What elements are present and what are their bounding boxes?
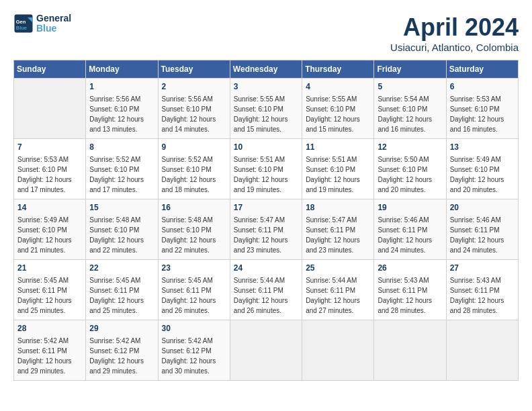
day-cell: 19Sunrise: 5:46 AMSunset: 6:11 PMDayligh… [374, 199, 446, 260]
svg-text:Blue: Blue [16, 25, 27, 31]
day-cell: 17Sunrise: 5:47 AMSunset: 6:11 PMDayligh… [230, 199, 302, 260]
day-cell: 9Sunrise: 5:52 AMSunset: 6:10 PMDaylight… [158, 139, 230, 199]
header-row: SundayMondayTuesdayWednesdayThursdayFrid… [14, 60, 519, 79]
header-cell-friday: Friday [374, 60, 446, 79]
day-number: 16 [162, 202, 226, 214]
day-cell: 29Sunrise: 5:42 AMSunset: 6:12 PMDayligh… [86, 320, 158, 381]
day-cell: 28Sunrise: 5:42 AMSunset: 6:11 PMDayligh… [14, 320, 86, 381]
day-cell: 1Sunrise: 5:56 AMSunset: 6:10 PMDaylight… [86, 79, 158, 139]
day-info: Sunrise: 5:56 AMSunset: 6:10 PMDaylight:… [162, 94, 226, 134]
day-number: 10 [234, 142, 298, 153]
day-cell: 20Sunrise: 5:46 AMSunset: 6:11 PMDayligh… [446, 199, 518, 260]
day-cell: 30Sunrise: 5:42 AMSunset: 6:12 PMDayligh… [158, 320, 230, 381]
day-info: Sunrise: 5:56 AMSunset: 6:10 PMDaylight:… [89, 94, 154, 134]
calendar-table: SundayMondayTuesdayWednesdayThursdayFrid… [13, 60, 519, 381]
day-info: Sunrise: 5:43 AMSunset: 6:11 PMDaylight:… [378, 275, 442, 316]
day-number: 21 [17, 263, 82, 274]
day-number: 24 [234, 263, 298, 274]
day-number: 15 [89, 202, 154, 214]
day-number: 17 [234, 202, 298, 214]
day-cell: 23Sunrise: 5:45 AMSunset: 6:11 PMDayligh… [158, 260, 230, 320]
day-number: 6 [450, 81, 515, 93]
day-cell: 14Sunrise: 5:49 AMSunset: 6:10 PMDayligh… [14, 199, 86, 260]
day-info: Sunrise: 5:44 AMSunset: 6:11 PMDaylight:… [306, 275, 370, 316]
day-info: Sunrise: 5:45 AMSunset: 6:11 PMDaylight:… [17, 275, 82, 316]
day-number: 29 [89, 323, 154, 334]
week-row-5: 28Sunrise: 5:42 AMSunset: 6:11 PMDayligh… [14, 320, 519, 381]
day-cell: 12Sunrise: 5:50 AMSunset: 6:10 PMDayligh… [374, 139, 446, 199]
day-info: Sunrise: 5:55 AMSunset: 6:10 PMDaylight:… [306, 94, 370, 134]
day-number: 2 [162, 81, 226, 93]
header-cell-thursday: Thursday [302, 60, 374, 79]
day-cell: 3Sunrise: 5:55 AMSunset: 6:10 PMDaylight… [230, 79, 302, 139]
day-cell [446, 320, 518, 381]
day-info: Sunrise: 5:49 AMSunset: 6:10 PMDaylight:… [450, 154, 515, 195]
day-cell: 7Sunrise: 5:53 AMSunset: 6:10 PMDaylight… [14, 139, 86, 199]
day-info: Sunrise: 5:53 AMSunset: 6:10 PMDaylight:… [17, 154, 82, 195]
page-header: Gen Blue General Blue April 2024 Usiacur… [13, 13, 519, 53]
day-number: 14 [17, 202, 82, 214]
day-number: 20 [450, 202, 515, 214]
day-number: 27 [450, 263, 515, 274]
logo-text: General Blue [36, 13, 71, 34]
day-info: Sunrise: 5:46 AMSunset: 6:11 PMDaylight:… [450, 215, 515, 255]
week-row-1: 1Sunrise: 5:56 AMSunset: 6:10 PMDaylight… [14, 79, 519, 139]
header-cell-tuesday: Tuesday [158, 60, 230, 79]
calendar-body: 1Sunrise: 5:56 AMSunset: 6:10 PMDaylight… [14, 79, 519, 381]
logo: Gen Blue General Blue [13, 13, 71, 34]
week-row-2: 7Sunrise: 5:53 AMSunset: 6:10 PMDaylight… [14, 139, 519, 199]
day-number: 4 [306, 81, 370, 93]
day-number: 13 [450, 142, 515, 153]
day-cell: 27Sunrise: 5:43 AMSunset: 6:11 PMDayligh… [446, 260, 518, 320]
day-info: Sunrise: 5:43 AMSunset: 6:11 PMDaylight:… [450, 275, 515, 316]
header-cell-sunday: Sunday [14, 60, 86, 79]
day-info: Sunrise: 5:46 AMSunset: 6:11 PMDaylight:… [378, 215, 442, 255]
day-number: 30 [162, 323, 226, 334]
day-cell: 13Sunrise: 5:49 AMSunset: 6:10 PMDayligh… [446, 139, 518, 199]
day-number: 11 [306, 142, 370, 153]
day-cell: 15Sunrise: 5:48 AMSunset: 6:10 PMDayligh… [86, 199, 158, 260]
day-cell: 21Sunrise: 5:45 AMSunset: 6:11 PMDayligh… [14, 260, 86, 320]
day-cell [302, 320, 374, 381]
day-cell: 11Sunrise: 5:51 AMSunset: 6:10 PMDayligh… [302, 139, 374, 199]
day-cell: 6Sunrise: 5:53 AMSunset: 6:10 PMDaylight… [446, 79, 518, 139]
day-cell: 5Sunrise: 5:54 AMSunset: 6:10 PMDaylight… [374, 79, 446, 139]
day-cell [230, 320, 302, 381]
day-info: Sunrise: 5:44 AMSunset: 6:11 PMDaylight:… [234, 275, 298, 316]
day-info: Sunrise: 5:45 AMSunset: 6:11 PMDaylight:… [162, 275, 226, 316]
day-cell [14, 79, 86, 139]
day-cell: 26Sunrise: 5:43 AMSunset: 6:11 PMDayligh… [374, 260, 446, 320]
day-info: Sunrise: 5:52 AMSunset: 6:10 PMDaylight:… [162, 154, 226, 195]
day-info: Sunrise: 5:45 AMSunset: 6:11 PMDaylight:… [89, 275, 154, 316]
day-number: 23 [162, 263, 226, 274]
day-cell: 25Sunrise: 5:44 AMSunset: 6:11 PMDayligh… [302, 260, 374, 320]
day-info: Sunrise: 5:42 AMSunset: 6:12 PMDaylight:… [162, 336, 226, 376]
day-number: 9 [162, 142, 226, 153]
day-cell [374, 320, 446, 381]
day-info: Sunrise: 5:52 AMSunset: 6:10 PMDaylight:… [89, 154, 154, 195]
day-number: 8 [89, 142, 154, 153]
day-number: 7 [17, 142, 82, 153]
day-info: Sunrise: 5:50 AMSunset: 6:10 PMDaylight:… [378, 154, 442, 195]
day-info: Sunrise: 5:48 AMSunset: 6:10 PMDaylight:… [162, 215, 226, 255]
day-cell: 24Sunrise: 5:44 AMSunset: 6:11 PMDayligh… [230, 260, 302, 320]
day-number: 1 [89, 81, 154, 93]
day-number: 28 [17, 323, 82, 334]
day-number: 26 [378, 263, 442, 274]
day-info: Sunrise: 5:51 AMSunset: 6:10 PMDaylight:… [306, 154, 370, 195]
logo-icon: Gen Blue [13, 13, 34, 34]
day-info: Sunrise: 5:47 AMSunset: 6:11 PMDaylight:… [306, 215, 370, 255]
header-cell-monday: Monday [86, 60, 158, 79]
week-row-4: 21Sunrise: 5:45 AMSunset: 6:11 PMDayligh… [14, 260, 519, 320]
day-info: Sunrise: 5:55 AMSunset: 6:10 PMDaylight:… [234, 94, 298, 134]
title-block: April 2024 Usiacuri, Atlantico, Colombia [390, 13, 519, 53]
day-info: Sunrise: 5:51 AMSunset: 6:10 PMDaylight:… [234, 154, 298, 195]
day-cell: 18Sunrise: 5:47 AMSunset: 6:11 PMDayligh… [302, 199, 374, 260]
day-number: 12 [378, 142, 442, 153]
day-info: Sunrise: 5:47 AMSunset: 6:11 PMDaylight:… [234, 215, 298, 255]
header-cell-saturday: Saturday [446, 60, 518, 79]
day-number: 3 [234, 81, 298, 93]
month-title: April 2024 [390, 13, 519, 42]
day-info: Sunrise: 5:42 AMSunset: 6:12 PMDaylight:… [89, 336, 154, 376]
week-row-3: 14Sunrise: 5:49 AMSunset: 6:10 PMDayligh… [14, 199, 519, 260]
